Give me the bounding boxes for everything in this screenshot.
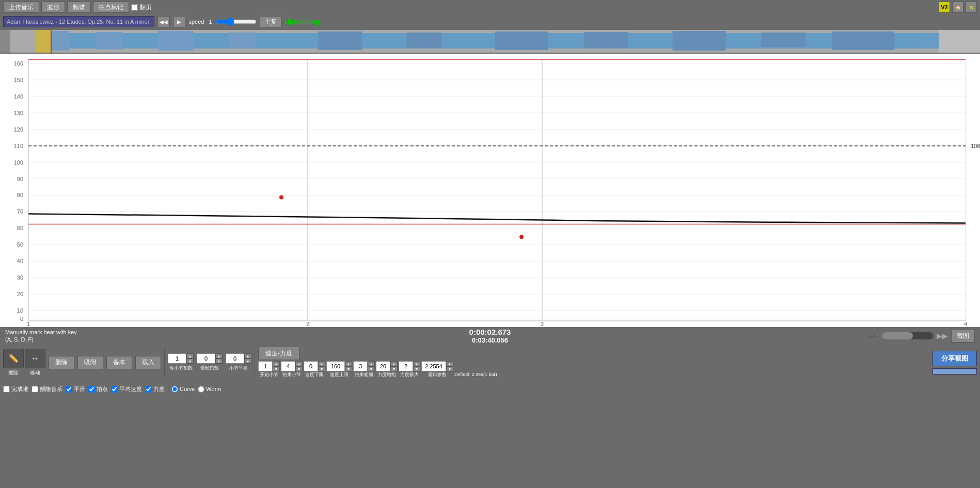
forcemax-up[interactable]: ▲ <box>413 361 420 366</box>
beats-per-bar-input[interactable] <box>168 353 186 364</box>
beatbar-down[interactable]: ▼ <box>295 366 303 371</box>
svg-rect-10 <box>673 31 726 51</box>
beat-bar-input[interactable] <box>281 361 295 371</box>
flip-page-check[interactable]: 翻页 <box>131 3 152 12</box>
erase-btn[interactable]: ✏️ <box>3 349 24 368</box>
openbar-down[interactable]: ▼ <box>273 366 280 371</box>
radio-worm[interactable]: Worm <box>198 386 221 393</box>
spinner-lightest: ▲ ▼ 最轻拍数 <box>197 353 223 371</box>
screenshot-btn[interactable]: 截图 <box>951 330 975 343</box>
svg-rect-6 <box>318 31 362 50</box>
lightest-beats-input[interactable] <box>197 353 215 364</box>
forcemax-down[interactable]: ▼ <box>413 366 420 371</box>
beats-up[interactable]: ▲ <box>186 353 194 359</box>
erase-move-group: ✏️ ↔️ 擦除 移动 <box>3 349 45 377</box>
svg-text:150: 150 <box>14 77 23 83</box>
window-up[interactable]: ▲ <box>446 361 453 366</box>
svg-text:20: 20 <box>17 291 23 297</box>
bar-shift-arrows[interactable]: ▲ ▼ <box>244 353 251 364</box>
second-toolbar: Adam Harasiewicz - 12 Etudes, Op.25: No.… <box>0 14 980 29</box>
svg-rect-12 <box>832 31 894 50</box>
right-panel: 分享截图 <box>932 351 977 375</box>
divider3 <box>168 382 168 396</box>
bar-shift-input[interactable] <box>226 353 244 364</box>
share-screenshot-btn[interactable]: 分享截图 <box>932 351 977 366</box>
open-bar-input[interactable] <box>258 361 273 371</box>
repeat-btn[interactable]: 主复 <box>260 16 281 27</box>
chart-container: www.Vmus.net 160 150 140 130 120 <box>0 54 980 327</box>
spinner-per-bar: ▲ ▼ 每小节拍数 <box>168 353 194 371</box>
home-icon[interactable]: 🏠 <box>952 2 963 13</box>
radio-curve[interactable]: Curve <box>171 386 195 393</box>
speed-low-input[interactable] <box>304 361 318 371</box>
waveform-content[interactable] <box>52 30 939 53</box>
window-input[interactable] <box>421 361 446 371</box>
beats-down[interactable]: ▼ <box>186 359 194 364</box>
check-beat-point[interactable]: 拍点 <box>88 385 108 393</box>
speed-force-group: 速度-力度 ▲ ▼ 开始小节 ▲ ▼ <box>258 347 497 378</box>
svg-text:100: 100 <box>14 159 23 166</box>
prev-btn[interactable]: ◀◀ <box>157 16 170 27</box>
svg-rect-5 <box>229 32 256 48</box>
backup-btn[interactable]: 备本 <box>106 356 132 369</box>
waveform-btn[interactable]: 波形 <box>41 2 65 13</box>
play-btn[interactable]: ▶ <box>173 16 185 27</box>
check-drum-music[interactable]: 酮隆音乐 <box>31 385 62 393</box>
speedlow-up[interactable]: ▲ <box>318 361 325 366</box>
waveform-left-pad <box>10 30 36 53</box>
check-avg-speed[interactable]: 平均速度 <box>111 385 142 393</box>
upload-music-btn[interactable]: 上传音乐 <box>3 2 39 13</box>
lightest-down[interactable]: ▼ <box>215 359 223 364</box>
bottom-controls: ✏️ ↔️ 擦除 移动 删除 吸附 备本 载入 ▲ ▼ 每小节拍数 ▲ <box>0 345 980 380</box>
speedhigh-down[interactable]: ▼ <box>345 366 352 371</box>
waveform-right-pad <box>939 30 980 53</box>
barshift-down[interactable]: ▼ <box>244 359 251 364</box>
beatfine-down[interactable]: ▼ <box>368 366 375 371</box>
beat-fine-spinner: ▲ ▼ 拍束粗细 <box>353 361 375 378</box>
lightest-arrows[interactable]: ▲ ▼ <box>215 353 223 364</box>
default-label-container: Default: 2.255(1 bar) <box>454 361 497 378</box>
speed-high-input[interactable] <box>326 361 345 371</box>
top-toolbar: 上传音乐 波形 频谱 拍点标记 翻页 V2 🏠 ✕ <box>0 0 980 14</box>
openbar-up[interactable]: ▲ <box>273 361 280 366</box>
volume-slider-bg[interactable] <box>882 332 934 339</box>
svg-text:10: 10 <box>17 307 23 314</box>
beat-fine-input[interactable] <box>353 361 368 371</box>
check-smooth[interactable]: 平滑 <box>66 385 85 393</box>
open-bar-spinner: ▲ ▼ 开始小节 <box>258 361 280 378</box>
barshift-up[interactable]: ▲ <box>244 353 251 359</box>
svg-rect-9 <box>584 32 628 48</box>
beatfine-up[interactable]: ▲ <box>368 361 375 366</box>
speed-high-spinner: ▲ ▼ 速度上限 <box>326 361 352 378</box>
svg-text:3: 3 <box>541 321 544 327</box>
load-btn[interactable]: 载入 <box>135 356 161 369</box>
bottom-right-controls: 〰️ ▶▶ 截图 <box>867 330 975 343</box>
spectrum-btn[interactable]: 频谱 <box>67 2 91 13</box>
force-fine-input[interactable] <box>376 361 390 371</box>
speedhigh-up[interactable]: ▲ <box>345 361 352 366</box>
speedlow-down[interactable]: ▼ <box>318 366 325 371</box>
attract-btn[interactable]: 吸附 <box>77 356 103 369</box>
speed-low-spinner: ▲ ▼ 速度下限 <box>304 361 325 378</box>
close-icon[interactable]: ✕ <box>966 2 977 13</box>
forcefine-down[interactable]: ▼ <box>390 366 398 371</box>
svg-text:0: 0 <box>20 316 23 322</box>
beatbar-up[interactable]: ▲ <box>295 361 303 366</box>
svg-text:160: 160 <box>14 60 23 67</box>
force-max-input[interactable] <box>399 361 413 371</box>
delete-btn[interactable]: 删除 <box>49 356 74 369</box>
speed-force-btn[interactable]: 速度-力度 <box>258 347 299 360</box>
lightest-up[interactable]: ▲ <box>215 353 223 359</box>
window-down[interactable]: ▼ <box>446 366 453 371</box>
beats-per-bar-arrows[interactable]: ▲ ▼ <box>186 353 194 364</box>
v2-badge: V2 <box>939 2 950 13</box>
share-btn2[interactable] <box>932 368 977 375</box>
check-complete[interactable]: 完成堆 <box>3 385 28 393</box>
check-force[interactable]: 力度 <box>145 385 165 393</box>
forcefine-up[interactable]: ▲ <box>390 361 398 366</box>
move-btn[interactable]: ↔️ <box>25 349 45 368</box>
volume-right-icon: ▶▶ <box>937 332 948 340</box>
speed-slider[interactable] <box>215 18 257 26</box>
track-info: Adam Harasiewicz - 12 Etudes, Op.25: No.… <box>3 16 154 27</box>
beat-mark-btn[interactable]: 拍点标记 <box>93 2 129 13</box>
